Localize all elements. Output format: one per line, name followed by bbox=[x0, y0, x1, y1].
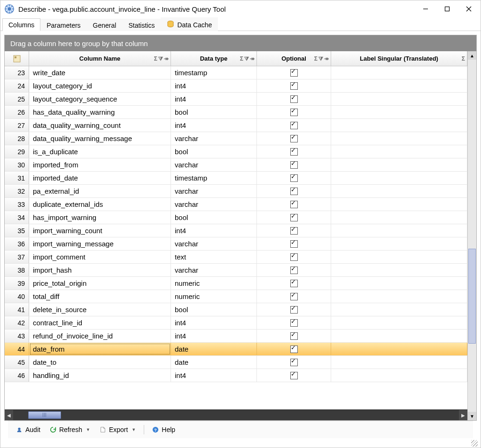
cell-column-name[interactable]: data_quality_warning_count bbox=[29, 119, 171, 132]
optional-checkbox[interactable] bbox=[290, 253, 298, 261]
cell-label-singular[interactable] bbox=[331, 264, 467, 276]
cell-data-type[interactable]: bool bbox=[171, 106, 257, 118]
table-row[interactable]: 38import_hashvarchar bbox=[5, 264, 467, 277]
table-row[interactable]: 42contract_line_idint4 bbox=[5, 316, 467, 330]
cell-data-type[interactable]: bool bbox=[171, 145, 257, 158]
cell-column-name[interactable]: imported_from bbox=[29, 158, 171, 171]
optional-checkbox[interactable] bbox=[290, 240, 298, 248]
cell-label-singular[interactable] bbox=[331, 211, 467, 224]
filter-icon[interactable]: ⧩ bbox=[318, 55, 323, 62]
cell-optional[interactable] bbox=[257, 119, 331, 132]
cell-label-singular[interactable] bbox=[331, 93, 467, 105]
header-optional[interactable]: Optional Σ ⧩ ↠ bbox=[257, 51, 331, 66]
cell-data-type[interactable]: bool bbox=[171, 211, 257, 224]
table-row[interactable]: 45date_todate bbox=[5, 356, 467, 369]
cell-label-singular[interactable] bbox=[331, 172, 467, 184]
header-label-singular[interactable]: Label Singular (Translated) Σ bbox=[331, 51, 467, 66]
sigma-icon[interactable]: Σ bbox=[462, 55, 465, 62]
sigma-icon[interactable]: Σ bbox=[314, 55, 318, 62]
table-row[interactable]: 25layout_category_sequenceint4 bbox=[5, 93, 467, 106]
cell-data-type[interactable]: numeric bbox=[171, 277, 257, 290]
cell-optional[interactable] bbox=[257, 224, 331, 237]
tab-data-cache[interactable]: Data Cache bbox=[161, 17, 218, 31]
table-row[interactable]: 46handling_idint4 bbox=[5, 369, 467, 382]
cell-column-name[interactable]: import_hash bbox=[29, 264, 171, 276]
table-row[interactable]: 43refund_of_invoice_line_idint4 bbox=[5, 330, 467, 343]
hscroll-thumb[interactable] bbox=[28, 411, 61, 419]
optional-checkbox[interactable] bbox=[290, 148, 298, 156]
table-row[interactable]: 36import_warning_messagevarchar bbox=[5, 237, 467, 251]
table-row[interactable]: 23write_datetimestamp bbox=[5, 66, 467, 79]
filter-icon[interactable]: ⧩ bbox=[158, 55, 163, 62]
cell-label-singular[interactable] bbox=[331, 198, 467, 211]
table-row[interactable]: 27data_quality_warning_countint4 bbox=[5, 119, 467, 132]
cell-column-name[interactable]: refund_of_invoice_line_id bbox=[29, 330, 171, 342]
horizontal-scrollbar[interactable]: ◀ ▶ bbox=[5, 409, 467, 420]
optional-checkbox[interactable] bbox=[290, 293, 298, 300]
optional-checkbox[interactable] bbox=[290, 69, 298, 77]
cell-optional[interactable] bbox=[257, 251, 331, 263]
table-row[interactable]: 24layout_category_idint4 bbox=[5, 79, 467, 93]
table-row[interactable]: 30imported_fromvarchar bbox=[5, 158, 467, 172]
cell-column-name[interactable]: duplicate_external_ids bbox=[29, 198, 171, 211]
optional-checkbox[interactable] bbox=[290, 82, 298, 90]
cell-column-name[interactable]: import_comment bbox=[29, 251, 171, 263]
cell-optional[interactable] bbox=[257, 303, 331, 316]
cell-optional[interactable] bbox=[257, 343, 331, 355]
cell-data-type[interactable]: int4 bbox=[171, 79, 257, 92]
cell-label-singular[interactable] bbox=[331, 330, 467, 342]
cell-data-type[interactable]: bool bbox=[171, 303, 257, 316]
cell-data-type[interactable]: varchar bbox=[171, 198, 257, 211]
filter-icon[interactable]: ⧩ bbox=[244, 55, 249, 62]
cell-column-name[interactable]: import_warning_message bbox=[29, 237, 171, 250]
cell-label-singular[interactable] bbox=[331, 119, 467, 132]
optional-checkbox[interactable] bbox=[290, 267, 298, 274]
cell-optional[interactable] bbox=[257, 198, 331, 211]
tab-general[interactable]: General bbox=[87, 19, 123, 31]
table-row[interactable]: 32pa_external_idvarchar bbox=[5, 185, 467, 198]
cell-column-name[interactable]: handling_id bbox=[29, 369, 171, 382]
cell-data-type[interactable]: int4 bbox=[171, 369, 257, 382]
cell-data-type[interactable]: varchar bbox=[171, 264, 257, 276]
group-by-bar[interactable]: Drag a column here to group by that colu… bbox=[5, 35, 476, 51]
cell-column-name[interactable]: is_a_duplicate bbox=[29, 145, 171, 158]
optional-checkbox[interactable] bbox=[290, 319, 298, 327]
hscroll-track[interactable] bbox=[13, 410, 459, 420]
scroll-left-arrow[interactable]: ◀ bbox=[5, 410, 13, 420]
cell-data-type[interactable]: timestamp bbox=[171, 172, 257, 184]
cell-column-name[interactable]: has_data_quality_warning bbox=[29, 106, 171, 118]
cell-label-singular[interactable] bbox=[331, 79, 467, 92]
table-row[interactable]: 28data_quality_warning_messagevarchar bbox=[5, 132, 467, 145]
cell-optional[interactable] bbox=[257, 158, 331, 171]
cell-label-singular[interactable] bbox=[331, 316, 467, 329]
cell-optional[interactable] bbox=[257, 185, 331, 197]
refresh-button[interactable]: Refresh ▼ bbox=[47, 424, 93, 435]
cell-data-type[interactable]: varchar bbox=[171, 158, 257, 171]
cell-optional[interactable] bbox=[257, 93, 331, 105]
cell-label-singular[interactable] bbox=[331, 66, 467, 79]
optional-checkbox[interactable] bbox=[290, 161, 298, 169]
scroll-down-arrow[interactable]: ▼ bbox=[468, 412, 476, 420]
cell-optional[interactable] bbox=[257, 356, 331, 369]
cell-optional[interactable] bbox=[257, 330, 331, 342]
cell-label-singular[interactable] bbox=[331, 185, 467, 197]
cell-label-singular[interactable] bbox=[331, 237, 467, 250]
optional-checkbox[interactable] bbox=[290, 306, 298, 314]
optional-checkbox[interactable] bbox=[290, 372, 298, 379]
cell-optional[interactable] bbox=[257, 79, 331, 92]
export-button[interactable]: Export ▼ bbox=[96, 424, 139, 435]
cell-data-type[interactable]: int4 bbox=[171, 119, 257, 132]
cell-optional[interactable] bbox=[257, 106, 331, 118]
cell-optional[interactable] bbox=[257, 211, 331, 224]
audit-button[interactable]: Audit bbox=[13, 424, 44, 435]
optional-checkbox[interactable] bbox=[290, 109, 298, 116]
cell-label-singular[interactable] bbox=[331, 277, 467, 290]
cell-optional[interactable] bbox=[257, 237, 331, 250]
cell-label-singular[interactable] bbox=[331, 145, 467, 158]
scroll-up-arrow[interactable]: ▲ bbox=[468, 51, 476, 60]
cell-column-name[interactable]: imported_date bbox=[29, 172, 171, 184]
tab-parameters[interactable]: Parameters bbox=[40, 19, 86, 31]
optional-checkbox[interactable] bbox=[290, 201, 298, 208]
pin-icon[interactable]: ↠ bbox=[324, 55, 329, 62]
table-row[interactable]: 39price_total_originnumeric bbox=[5, 277, 467, 290]
